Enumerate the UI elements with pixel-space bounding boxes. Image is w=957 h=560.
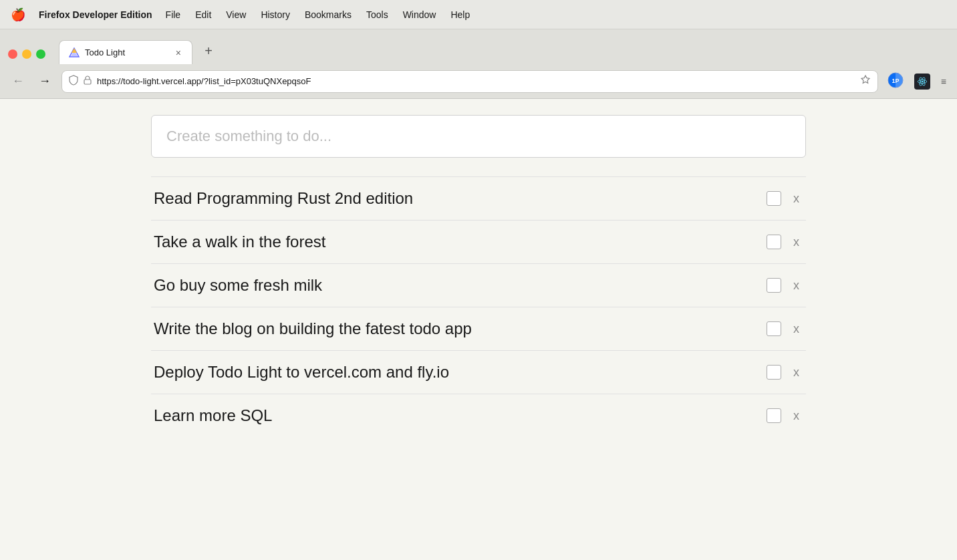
- todo-delete-button[interactable]: x: [789, 192, 803, 206]
- app-name: Firefox Developer Edition: [39, 9, 152, 20]
- window-minimize-button[interactable]: [22, 49, 31, 59]
- url-bar-area: ← → https://todo-light.vercel.app/?list_…: [0, 64, 957, 99]
- menu-bar: 🍎 Firefox Developer Edition File Edit Vi…: [0, 0, 957, 29]
- todo-delete-button[interactable]: x: [789, 409, 803, 423]
- bookmark-star-icon[interactable]: [860, 75, 871, 88]
- window-maximize-button[interactable]: [36, 49, 45, 59]
- apple-logo-icon: 🍎: [11, 7, 25, 22]
- todo-delete-button[interactable]: x: [789, 279, 803, 293]
- browser-chrome: Todo Light × + ← → https://todo-light.ve…: [0, 29, 957, 99]
- window-controls: [8, 49, 45, 59]
- page-content-wrapper: Read Programming Rust 2nd edition x Take…: [0, 99, 957, 560]
- url-text: https://todo-light.vercel.app/?list_id=p…: [97, 76, 855, 86]
- shield-icon: [69, 75, 78, 88]
- toolbar-icons: 1P ≡: [885, 69, 949, 93]
- todo-delete-button[interactable]: x: [789, 235, 803, 249]
- todo-delete-button[interactable]: x: [789, 322, 803, 336]
- menu-history[interactable]: History: [261, 9, 290, 20]
- todo-delete-button[interactable]: x: [789, 366, 803, 380]
- menu-edit[interactable]: Edit: [195, 9, 211, 20]
- todo-checkbox[interactable]: [767, 365, 781, 380]
- list-item: Deploy Todo Light to vercel.com and fly.…: [151, 350, 806, 394]
- svg-rect-3: [84, 80, 91, 84]
- list-item: Go buy some fresh milk x: [151, 263, 806, 307]
- svg-marker-2: [72, 48, 77, 53]
- forward-button[interactable]: →: [35, 72, 55, 91]
- svg-text:1P: 1P: [892, 78, 899, 84]
- onepassword-button[interactable]: 1P: [885, 69, 906, 93]
- menu-help[interactable]: Help: [450, 9, 470, 20]
- svg-point-7: [921, 80, 923, 82]
- react-devtools-button[interactable]: [912, 71, 933, 92]
- create-todo-input[interactable]: [151, 115, 806, 158]
- todo-checkbox[interactable]: [767, 408, 781, 423]
- list-item: Take a walk in the forest x: [151, 220, 806, 263]
- todo-checkbox[interactable]: [767, 321, 781, 336]
- menu-tools[interactable]: Tools: [366, 9, 388, 20]
- todo-list: Read Programming Rust 2nd edition x Take…: [151, 176, 806, 437]
- todo-text: Learn more SQL: [154, 406, 759, 425]
- url-bar[interactable]: https://todo-light.vercel.app/?list_id=p…: [61, 70, 878, 93]
- window-close-button[interactable]: [8, 49, 17, 59]
- todo-text: Read Programming Rust 2nd edition: [154, 189, 759, 208]
- list-item: Write the blog on building the fatest to…: [151, 307, 806, 350]
- hamburger-menu-button[interactable]: ≡: [938, 74, 949, 90]
- todo-checkbox[interactable]: [767, 278, 781, 293]
- tab-close-button[interactable]: ×: [174, 48, 182, 57]
- tab-favicon: [69, 47, 80, 58]
- menu-view[interactable]: View: [226, 9, 246, 20]
- menu-window[interactable]: Window: [403, 9, 436, 20]
- active-tab[interactable]: Todo Light ×: [59, 40, 192, 64]
- tab-bar: Todo Light × +: [0, 29, 957, 64]
- list-item: Learn more SQL x: [151, 394, 806, 437]
- tab-title: Todo Light: [85, 47, 169, 57]
- page-inner: Read Programming Rust 2nd edition x Take…: [151, 99, 806, 560]
- menu-bookmarks[interactable]: Bookmarks: [305, 9, 352, 20]
- todo-checkbox[interactable]: [767, 235, 781, 249]
- lock-icon: [84, 76, 92, 87]
- todo-text: Take a walk in the forest: [154, 233, 759, 251]
- todo-text: Write the blog on building the fatest to…: [154, 319, 759, 338]
- menu-file[interactable]: File: [166, 9, 181, 20]
- menu-bar-items: File Edit View History Bookmarks Tools W…: [166, 9, 470, 20]
- todo-text: Go buy some fresh milk: [154, 276, 759, 295]
- todo-checkbox[interactable]: [767, 191, 781, 206]
- new-tab-button[interactable]: +: [199, 41, 218, 60]
- back-button[interactable]: ←: [8, 72, 28, 91]
- list-item: Read Programming Rust 2nd edition x: [151, 176, 806, 220]
- todo-text: Deploy Todo Light to vercel.com and fly.…: [154, 363, 759, 382]
